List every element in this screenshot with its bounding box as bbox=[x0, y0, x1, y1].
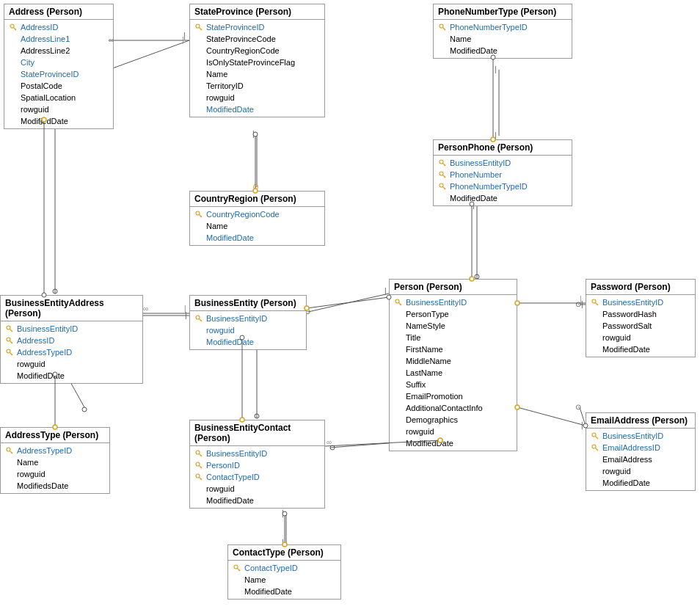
svg-text:|: | bbox=[252, 130, 255, 138]
field-name: ModifiedDate bbox=[206, 233, 254, 242]
table-stateprovince: StateProvince (Person) StateProvinceID S… bbox=[189, 4, 325, 117]
field-name: ModifiedsDate bbox=[17, 481, 68, 490]
table-address-header: Address (Person) bbox=[4, 4, 113, 20]
spacer bbox=[394, 415, 404, 424]
spacer bbox=[194, 496, 205, 505]
field-name: ModifiedDate bbox=[206, 496, 254, 505]
field-name: rowguid bbox=[406, 427, 434, 436]
field-row: EmailAddressID bbox=[586, 442, 695, 453]
spacer bbox=[438, 34, 448, 43]
field-row: rowguid bbox=[586, 332, 695, 343]
field-name: AddressID bbox=[17, 336, 54, 345]
spacer bbox=[194, 81, 205, 90]
spacer bbox=[394, 368, 404, 377]
field-name: Name bbox=[206, 70, 227, 79]
field-row: TerritoryID bbox=[190, 80, 324, 92]
svg-point-55 bbox=[440, 172, 443, 175]
spacer bbox=[394, 345, 404, 354]
field-name: AddressTypeID bbox=[17, 348, 72, 357]
field-row: PasswordHash bbox=[586, 308, 695, 320]
svg-point-76 bbox=[592, 299, 596, 303]
svg-point-24 bbox=[255, 414, 259, 418]
field-name: TerritoryID bbox=[206, 81, 244, 90]
svg-point-61 bbox=[7, 326, 10, 329]
table-businessentitycontact: BusinessEntityContact (Person) BusinessE… bbox=[189, 420, 325, 509]
svg-point-94 bbox=[592, 445, 596, 448]
field-row: ModifiedDate bbox=[1, 370, 142, 382]
field-name: PhoneNumberTypeID bbox=[450, 182, 528, 191]
field-name: PhoneNumber bbox=[450, 170, 502, 179]
field-name: StateProvinceID bbox=[21, 70, 79, 79]
key-icon bbox=[194, 461, 205, 470]
field-name: NameStyle bbox=[406, 321, 445, 330]
table-countryregion-header: CountryRegion (Person) bbox=[190, 192, 324, 207]
field-row: rowguid bbox=[390, 426, 517, 437]
field-name: rowguid bbox=[602, 467, 631, 476]
spacer bbox=[9, 34, 19, 43]
spacer bbox=[5, 360, 15, 368]
field-row: StateProvinceCode bbox=[190, 33, 324, 45]
field-name: rowguid bbox=[17, 470, 45, 478]
svg-text:∞: ∞ bbox=[327, 438, 332, 446]
field-row: EmailPromotion bbox=[390, 390, 517, 402]
field-name: Name bbox=[206, 222, 227, 230]
svg-line-28 bbox=[580, 407, 586, 426]
field-row: Name bbox=[190, 68, 324, 80]
key-icon bbox=[194, 210, 205, 219]
field-name: rowguid bbox=[206, 93, 235, 102]
spacer bbox=[194, 46, 205, 55]
svg-point-40 bbox=[10, 24, 14, 28]
field-name: IsOnlyStateProvinceFlag bbox=[206, 58, 295, 67]
svg-point-6 bbox=[53, 289, 57, 294]
field-row: ModifiedDate bbox=[390, 437, 517, 449]
field-row: StateProvinceID bbox=[4, 68, 113, 80]
table-countryregion: CountryRegion (Person) CountryRegionCode… bbox=[189, 191, 325, 246]
key-icon bbox=[194, 473, 205, 481]
field-row: ModifiedsDate bbox=[1, 480, 109, 492]
key-icon bbox=[194, 449, 205, 458]
field-row: StateProvinceID bbox=[190, 21, 324, 33]
spacer bbox=[9, 81, 19, 90]
field-row: rowguid bbox=[1, 468, 109, 480]
field-row: BusinessEntityID bbox=[586, 296, 695, 308]
svg-point-82 bbox=[196, 451, 200, 454]
key-icon bbox=[438, 170, 448, 179]
field-name: Name bbox=[17, 458, 38, 467]
spacer bbox=[9, 58, 19, 67]
field-row: BusinessEntityID bbox=[434, 157, 572, 169]
spacer bbox=[194, 58, 205, 67]
field-row: AddressLine1 bbox=[4, 33, 113, 45]
key-icon bbox=[394, 298, 404, 307]
svg-point-85 bbox=[196, 462, 200, 466]
field-name: CountryRegionCode bbox=[206, 46, 280, 55]
svg-text:|: | bbox=[581, 421, 583, 429]
key-icon bbox=[438, 159, 448, 167]
field-name: rowguid bbox=[602, 333, 631, 342]
spacer bbox=[233, 587, 243, 596]
field-name: Name bbox=[244, 575, 266, 584]
field-row: Name bbox=[434, 33, 572, 45]
field-row: rowguid bbox=[190, 92, 324, 103]
table-be-fields: BusinessEntityID rowguid ModifiedDate bbox=[190, 311, 306, 349]
spacer bbox=[438, 194, 448, 203]
svg-point-79 bbox=[7, 448, 10, 451]
key-icon bbox=[591, 431, 601, 440]
field-name: rowguid bbox=[206, 326, 235, 335]
field-name: FirstName bbox=[406, 345, 443, 354]
field-name: ModifiedDate bbox=[244, 587, 292, 596]
key-icon bbox=[438, 182, 448, 191]
svg-text:|: | bbox=[182, 36, 184, 44]
table-personphone-fields: BusinessEntityID PhoneNumber PhoneNumber… bbox=[434, 156, 572, 205]
field-name: rowguid bbox=[17, 360, 45, 368]
svg-text:|: | bbox=[384, 287, 387, 295]
field-name: Title bbox=[406, 333, 420, 342]
spacer bbox=[591, 333, 601, 342]
spacer bbox=[394, 427, 404, 436]
table-emailaddress-header: EmailAddress (Person) bbox=[586, 413, 695, 429]
table-phonenumbertype: PhoneNumberType (Person) PhoneNumberType… bbox=[433, 4, 572, 59]
field-name: City bbox=[21, 58, 34, 67]
field-name: EmailAddressID bbox=[602, 443, 660, 452]
field-name: StateProvinceID bbox=[206, 23, 264, 32]
field-name: LastName bbox=[406, 368, 442, 377]
field-name: BusinessEntityID bbox=[602, 298, 663, 307]
